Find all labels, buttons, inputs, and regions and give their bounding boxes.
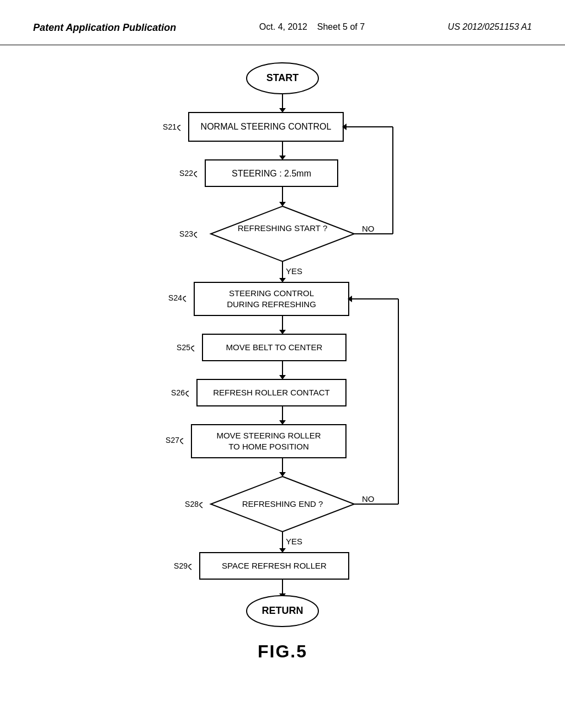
s22-step: S22	[179, 169, 193, 178]
svg-marker-21	[279, 375, 286, 379]
s24-label-1: STEERING CONTROL	[229, 288, 314, 298]
svg-marker-34	[279, 548, 286, 553]
svg-rect-25	[191, 425, 346, 458]
svg-marker-11	[279, 278, 286, 282]
page-header: Patent Application Publication Oct. 4, 2…	[0, 0, 565, 45]
svg-marker-8	[279, 202, 286, 206]
s28-yes-label: YES	[286, 537, 302, 546]
svg-marker-5	[279, 156, 286, 160]
s28-step: S28	[185, 500, 199, 508]
s21-label: NORMAL STEERING CONTROL	[201, 122, 332, 131]
svg-marker-24	[279, 420, 286, 425]
return-label: RETURN	[262, 605, 303, 616]
sheet-number: Sheet 5 of 7	[317, 22, 365, 31]
svg-rect-16	[194, 282, 349, 315]
s24-label-2: DURING REFRESHING	[227, 299, 316, 309]
s27-step: S27	[166, 436, 179, 445]
s22-label: STEERING : 2.5mm	[232, 169, 311, 178]
s23-yes-label: YES	[286, 266, 302, 276]
patent-number: US 2012/0251153 A1	[448, 22, 532, 32]
svg-marker-27	[279, 472, 286, 477]
date-sheet: Oct. 4, 2012 Sheet 5 of 7	[259, 22, 365, 32]
figure-caption: FIG.5	[258, 641, 307, 661]
s25-step: S25	[177, 343, 190, 352]
s27-label-2: TO HOME POSITION	[228, 442, 309, 451]
s25-label: MOVE BELT TO CENTER	[226, 342, 323, 352]
publication-date: Oct. 4, 2012	[259, 22, 307, 31]
svg-marker-2	[279, 108, 286, 113]
svg-marker-9	[211, 206, 354, 261]
s24-step: S24	[168, 293, 182, 302]
s23-no-label: NO	[362, 224, 375, 233]
s28-no-label: NO	[362, 494, 375, 504]
s23-step: S23	[179, 229, 193, 238]
s26-label: REFRESH ROLLER CONTACT	[213, 388, 329, 397]
s29-label: SPACE REFRESH ROLLER	[222, 561, 327, 570]
s23-label: REFRESHING START ?	[238, 223, 328, 233]
start-label: START	[266, 72, 299, 83]
s21-step: S21	[163, 122, 177, 131]
s28-label: REFRESHING END ?	[242, 499, 323, 508]
s27-label-1: MOVE STEERING ROLLER	[216, 431, 321, 440]
s26-step: S26	[171, 388, 185, 397]
svg-marker-18	[279, 330, 286, 334]
s29-step: S29	[174, 561, 188, 570]
publication-label: Patent Application Publication	[33, 22, 176, 34]
flowchart-diagram: START NORMAL STEERING CONTROL S21 STEERI…	[34, 45, 531, 679]
